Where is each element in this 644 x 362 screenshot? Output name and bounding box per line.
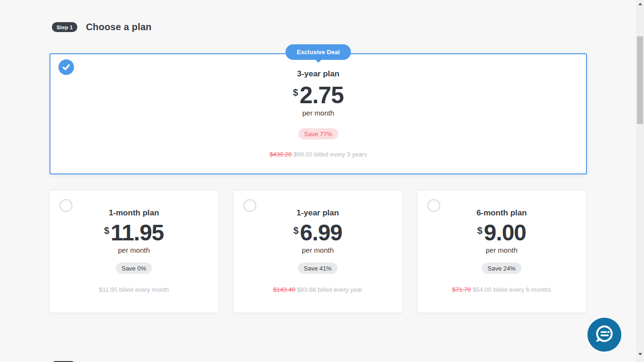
radio-unselected[interactable] (59, 199, 73, 212)
plan-price: $ 2.75 (293, 83, 343, 107)
billed-text: $83.88 billed every year (297, 286, 362, 293)
featured-plan-card[interactable]: Exclusive Deal 3-year plan $ 2.75 per mo… (50, 53, 587, 174)
chat-launcher-button[interactable] (587, 318, 621, 352)
currency-symbol: $ (104, 225, 109, 236)
price-period: per month (486, 246, 518, 254)
scrollbar (636, 0, 644, 362)
old-price: $143.40 (273, 286, 295, 293)
price-period: per month (118, 246, 150, 254)
price-period: per month (302, 109, 334, 117)
chevron-down-icon (638, 353, 642, 355)
step-header: Step 1 Choose a plan (52, 22, 152, 33)
step-badge: Step 1 (52, 22, 77, 32)
save-badge: Save 41% (298, 263, 337, 274)
chevron-up-icon (638, 3, 642, 5)
plan-card-1-year[interactable]: 1-year plan $ 6.99 per month Save 41% $1… (233, 190, 403, 313)
plan-name: 1-month plan (109, 208, 159, 218)
billed-text: $99.00 billed every 3 years (294, 151, 367, 158)
save-badge: Save 0% (116, 263, 152, 274)
plan-price: $ 9.00 (477, 222, 526, 244)
currency-symbol: $ (293, 225, 298, 236)
billed-text: $11.95 billed every month (99, 286, 169, 293)
save-badge: Save 24% (482, 263, 521, 274)
plan-name: 1-year plan (297, 208, 339, 218)
price-value: 6.99 (300, 222, 342, 244)
plan-name: 3-year plan (297, 69, 339, 79)
page-title: Choose a plan (86, 22, 151, 33)
save-badge: Save 77% (298, 128, 338, 140)
selected-radio[interactable] (58, 59, 74, 75)
radio-unselected[interactable] (243, 199, 256, 212)
billed-text: $54.00 billed every 6 months (473, 286, 551, 293)
old-price: $430.20 (270, 151, 292, 158)
billing-info: $143.40$83.88 billed every year (273, 286, 362, 293)
radio-unselected[interactable] (427, 199, 440, 212)
scroll-up-button[interactable] (636, 0, 644, 8)
currency-symbol: $ (293, 87, 298, 98)
check-icon (62, 63, 71, 72)
plans-row: 1-month plan $ 11.95 per month Save 0% $… (49, 190, 586, 313)
plan-card-1-month[interactable]: 1-month plan $ 11.95 per month Save 0% $… (49, 190, 219, 313)
plan-name: 6-month plan (477, 208, 527, 218)
exclusive-deal-badge: Exclusive Deal (285, 44, 351, 60)
plan-price: $ 6.99 (293, 222, 342, 244)
plan-price: $ 11.95 (104, 222, 164, 244)
scrollbar-thumb[interactable] (637, 36, 643, 124)
old-price: $71.70 (452, 286, 471, 293)
billing-info: $430.20$99.00 billed every 3 years (270, 151, 367, 158)
price-period: per month (302, 246, 334, 254)
scroll-down-button[interactable] (636, 350, 644, 358)
price-value: 11.95 (111, 222, 164, 244)
plan-card-6-month[interactable]: 6-month plan $ 9.00 per month Save 24% $… (417, 190, 586, 313)
billing-info: $11.95 billed every month (99, 286, 169, 293)
billing-info: $71.70$54.00 billed every 6 months (452, 286, 551, 293)
currency-symbol: $ (477, 225, 482, 236)
price-value: 2.75 (299, 83, 343, 107)
chat-bubble-icon (592, 322, 617, 347)
price-value: 9.00 (484, 222, 526, 244)
